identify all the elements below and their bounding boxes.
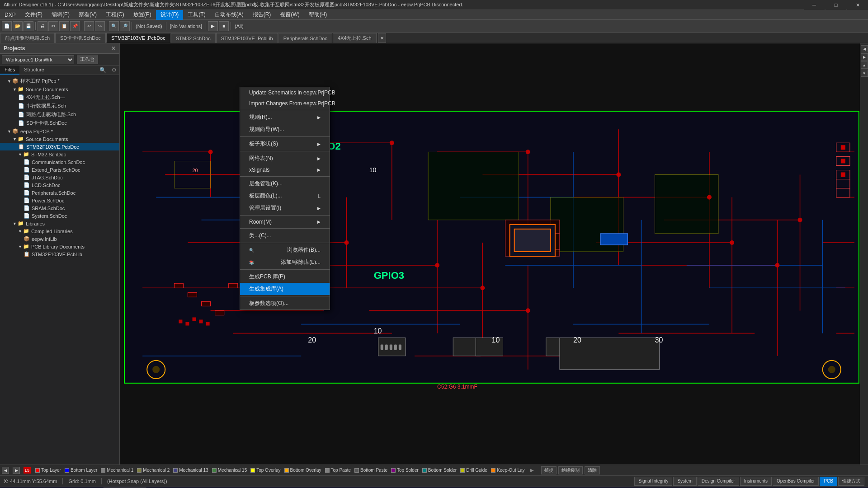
tb-cut[interactable]: ✂ (48, 21, 58, 31)
menu-dxp[interactable]: DXP (0, 10, 20, 20)
rt-btn-2[interactable]: ▶ (861, 53, 868, 61)
layer-scroll-right[interactable]: ▶ (13, 467, 20, 474)
layer-bottom-paste[interactable]: Bottom Paste (354, 468, 387, 473)
menu-add-remove-lib[interactable]: 📚添加/移除库(L)... (240, 256, 330, 268)
menu-browse-components[interactable]: 🔍浏览器件(B)... (240, 244, 330, 256)
tab-shortcuts[interactable]: 快捷方式 (838, 477, 864, 486)
tree-item[interactable]: 📄 SRAM.SchDoc (0, 204, 119, 212)
tab-openbus[interactable]: OpenBus Compiler (773, 477, 819, 486)
tb-stop[interactable]: ■ (219, 21, 229, 31)
workspace-btn[interactable]: 工作台 (77, 55, 98, 64)
menu-board-shape[interactable]: 板子形状(S)▶ (240, 138, 330, 150)
menu-view[interactable]: 察看(V) (74, 10, 101, 20)
maximize-button[interactable]: □ (826, 0, 846, 10)
tab-close-btn[interactable]: ✕ (378, 33, 386, 43)
tree-item[interactable]: 📄 JTAG.SchDoc (0, 174, 119, 181)
menu-place[interactable]: 放置(P) (129, 10, 156, 20)
tree-item-pcb-selected[interactable]: 📋 STM32F103VE.PcbDoc (0, 143, 119, 150)
tree-item-eepw[interactable]: ▼ 📦 eepw.PrjPCB * (0, 127, 119, 135)
tab-pcb[interactable]: STM32F103VE .PcbDoc (106, 33, 170, 43)
menu-tools[interactable]: 工具(T) (183, 10, 210, 20)
tab-design-compiler[interactable]: Design Compiler (698, 477, 739, 486)
tb-open[interactable]: 📂 (13, 21, 23, 31)
menu-xsignals[interactable]: xSignals▶ (240, 164, 330, 175)
tree-item[interactable]: 📄 SD卡卡槽.SchDoc (0, 119, 119, 127)
layer-drill-guide[interactable]: Drill Guide (460, 468, 487, 473)
menu-layer-color[interactable]: 板层颜色(L)... L (240, 190, 330, 202)
tb-redo[interactable]: ↪ (95, 21, 105, 31)
menu-edit[interactable]: 编辑(E) (47, 10, 74, 20)
sidebar-settings-btn[interactable]: ⚙ (109, 66, 119, 75)
tree-item[interactable]: 📄 Power.SchDoc (0, 197, 119, 204)
sidebar-tab-structure[interactable]: Structure (19, 66, 49, 75)
tab-sd[interactable]: SD卡卡槽.SchDoc (55, 33, 106, 43)
rt-btn-3[interactable]: ▲ (861, 61, 868, 69)
tree-item[interactable]: 📄 两路点击驱动电路.Sch (0, 110, 119, 119)
close-button[interactable]: ✕ (847, 0, 868, 10)
menu-file[interactable]: 文件(F) (20, 10, 47, 20)
tree-item[interactable]: 📄 Peripherals.SchDoc (0, 189, 119, 197)
tab-peripherals[interactable]: Peripherals.SchDoc (278, 33, 332, 43)
tree-item[interactable]: ▼ 📁 Source Documents (0, 135, 119, 143)
menu-rules[interactable]: 规则(R)...▶ (240, 111, 330, 123)
sidebar-close-btn[interactable]: ✕ (111, 45, 116, 52)
layer-top-overlay[interactable]: Top Overlay (250, 468, 280, 473)
layer-top[interactable]: Top Layer (35, 468, 61, 473)
tree-item[interactable]: 📄 System.SchDoc (0, 212, 119, 220)
tab-signal-integrity[interactable]: Signal Integrity (634, 477, 672, 486)
tb-save[interactable]: 💾 (24, 21, 33, 31)
tab-instruments[interactable]: Instruments (740, 477, 772, 486)
tb-print[interactable]: 🖨 (38, 21, 47, 31)
menu-autoroute[interactable]: 自动布线(A) (210, 10, 248, 20)
layer-insulation-btn[interactable]: 绝缘级别 (558, 466, 583, 474)
tree-item[interactable]: 📄 Extend_Parts.SchDoc (0, 166, 119, 174)
menu-design[interactable]: 设计(D) (156, 10, 184, 20)
menu-import-changes[interactable]: Import Changes From eepw.PrjPCB (240, 98, 330, 109)
layer-scroll-left[interactable]: ◀ (2, 467, 9, 474)
layer-mech2[interactable]: Mechanical 2 (137, 468, 170, 473)
tab-4x4[interactable]: 4X4无上拉.Sch (333, 33, 377, 43)
layer-top-paste[interactable]: Top Paste (325, 468, 351, 473)
tb-undo[interactable]: ↩ (84, 21, 94, 31)
layer-mech13[interactable]: Mechanical 13 (173, 468, 208, 473)
menu-room[interactable]: Room(M)▶ (240, 216, 330, 227)
layer-bottom-solder[interactable]: Bottom Solder (422, 468, 457, 473)
tree-item[interactable]: 📦 eepw.IntLib (0, 235, 119, 243)
minimize-button[interactable]: ─ (804, 0, 825, 10)
tab-sch1[interactable]: 前点击驱动电路.Sch (0, 33, 55, 43)
tab-system[interactable]: System (673, 477, 696, 486)
layer-clear-btn[interactable]: 清除 (585, 466, 600, 474)
tb-new[interactable]: 📄 (2, 21, 12, 31)
tb-paste[interactable]: 📌 (70, 21, 80, 31)
tree-item-pcblib-folder[interactable]: ▼ 📁 PCB Library Documents (0, 243, 119, 250)
tree-item[interactable]: 📄 4X4无上拉.Sch— (0, 93, 119, 102)
menu-rules-wizard[interactable]: 规则向导(W)... (240, 123, 330, 136)
layer-capture-btn[interactable]: 捕捉 (541, 466, 557, 474)
layer-mech1[interactable]: Mechanical 1 (101, 468, 133, 473)
tree-item-libraries[interactable]: ▼ 📁 Libraries (0, 220, 119, 227)
menu-window[interactable]: 视窗(W) (275, 10, 304, 20)
layer-top-solder[interactable]: Top Solder (391, 468, 419, 473)
menu-netlist[interactable]: 网络表(N)▶ (240, 152, 330, 164)
tree-item[interactable]: ▼ 📦 样本工程.PrjPcb * (0, 77, 119, 85)
tree-item-pcblib[interactable]: 📋 STM32F103VE.PcbLib (0, 250, 119, 258)
layer-bottom-overlay[interactable]: Bottom Overlay (284, 468, 321, 473)
menu-classes[interactable]: 类...(C)... (240, 230, 330, 242)
tb-zoom-in[interactable]: 🔍 (109, 21, 119, 31)
tab-stm32[interactable]: STM32.SchDoc (171, 33, 216, 43)
menu-board-params[interactable]: 板参数选项(O)... (240, 297, 330, 310)
rt-btn-4[interactable]: ▼ (861, 70, 868, 77)
sidebar-tab-files[interactable]: Files (0, 66, 19, 75)
rt-btn-1[interactable]: ◀ (861, 45, 868, 52)
tree-item[interactable]: 📄 串行数据显示.Sch (0, 102, 119, 110)
menu-make-integrated-lib[interactable]: 生成集成库(A) (240, 283, 330, 295)
tree-item[interactable]: ▼ 📁 Source Documents (0, 85, 119, 93)
menu-reports[interactable]: 报告(R) (248, 10, 276, 20)
tb-run[interactable]: ▶ (208, 21, 218, 31)
sidebar-search-btn[interactable]: 🔍 (97, 66, 109, 75)
layer-bottom[interactable]: Bottom Layer (65, 468, 97, 473)
menu-project[interactable]: 工程(C) (101, 10, 129, 20)
tb-zoom-out[interactable]: 🔎 (120, 21, 130, 31)
menu-help[interactable]: 帮助(H) (304, 10, 332, 20)
tree-item[interactable]: ▼ 📁 STM32.SchDoc (0, 150, 119, 158)
